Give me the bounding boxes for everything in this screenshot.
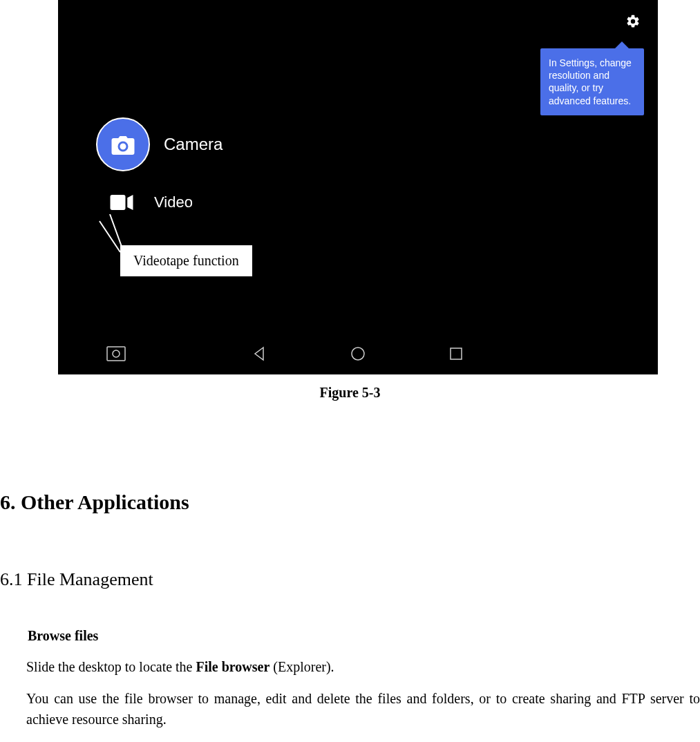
svg-point-4 [352, 348, 364, 360]
svg-line-1 [100, 221, 120, 252]
paragraph-1: Slide the desktop to locate the File bro… [26, 656, 700, 677]
gear-icon[interactable] [625, 14, 641, 29]
settings-tooltip: In Settings, change resolution and quali… [540, 48, 644, 115]
camera-icon [96, 117, 150, 171]
camera-mode-item[interactable]: Camera [96, 117, 223, 171]
camera-app-screenshot: In Settings, change resolution and quali… [58, 0, 658, 374]
video-label: Video [154, 193, 193, 211]
nav-back-icon[interactable] [252, 346, 267, 361]
camera-label: Camera [164, 135, 223, 154]
svg-rect-5 [451, 348, 462, 359]
viewfinder-icon[interactable] [106, 346, 126, 361]
annotation-text: Videotape function [133, 253, 239, 268]
tooltip-text: In Settings, change resolution and quali… [549, 57, 632, 106]
video-mode-item[interactable]: Video [110, 193, 193, 211]
subheading-browse-files: Browse files [28, 628, 700, 644]
videotape-annotation: Videotape function [120, 245, 252, 276]
svg-rect-2 [107, 347, 125, 361]
section-heading-6-1: 6.1 File Management [0, 569, 700, 590]
section-heading-6: 6. Other Applications [0, 491, 700, 514]
paragraph-2: You can use the file browser to manage, … [26, 688, 700, 730]
video-icon [110, 195, 133, 210]
figure-caption: Figure 5-3 [0, 385, 700, 401]
android-nav-bar [58, 340, 658, 368]
svg-point-3 [113, 350, 120, 357]
document-content: 6. Other Applications 6.1 File Managemen… [0, 491, 700, 730]
nav-recent-icon[interactable] [448, 346, 464, 361]
nav-home-icon[interactable] [350, 346, 366, 361]
